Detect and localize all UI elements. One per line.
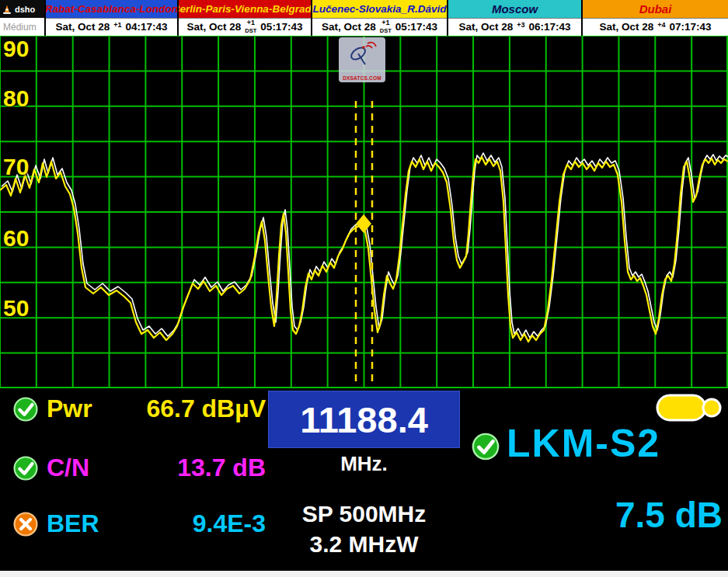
- clock-time: Sat, Oct 28 +1DST 05:17:43: [179, 18, 311, 36]
- clock-widget: Dubai Sat, Oct 28 +4 07:17:43: [581, 0, 728, 36]
- cn-value: 13.7 dB: [99, 454, 266, 482]
- link-margin-value: 7.5 dB: [544, 494, 723, 536]
- brand-title: dsho: [15, 5, 35, 14]
- check-icon: [471, 432, 500, 461]
- meter-screen: dsho Médium Rabat-Casablanca-London Sat,…: [0, 0, 728, 577]
- check-icon: [12, 455, 39, 481]
- spectrum-canvas[interactable]: [0, 36, 728, 388]
- clock-time-value: 05:17:43: [260, 21, 302, 33]
- clock-time: Sat, Oct 28 +1 04:17:43: [46, 18, 177, 36]
- brand-cell: dsho Médium: [0, 0, 44, 36]
- span-label: SP 500MHz: [268, 501, 460, 527]
- watermark-text: DXSATCS.COM: [343, 75, 381, 81]
- clock-city-label: Dubai: [583, 0, 728, 18]
- y-axis-label: 80: [3, 85, 29, 112]
- clock-offset: +1: [113, 22, 121, 29]
- measurement-panel: Pwr 66.7 dBµV 11188.4 MHz. LKM-S2 C/N 13…: [0, 388, 728, 571]
- clock-widget: Rabat-Casablanca-London Sat, Oct 28 +1 0…: [44, 0, 177, 36]
- watermark-badge: DXSATCS.COM: [339, 37, 385, 82]
- ber-label: BER: [47, 509, 99, 538]
- clock-city-label: Rabat-Casablanca-London: [46, 0, 177, 18]
- clock-time-value: 06:17:43: [529, 21, 571, 33]
- world-clock-bar: dsho Médium Rabat-Casablanca-London Sat,…: [0, 0, 728, 36]
- clock-widget: Moscow Sat, Oct 28 +3 06:17:43: [447, 0, 581, 36]
- clock-date: Sat, Oct 28: [322, 21, 376, 33]
- brand-subtitle: Médium: [0, 18, 44, 36]
- clock-offset: +1: [381, 19, 389, 26]
- vlc-cone-icon: [2, 4, 12, 15]
- clock-offset: +3: [517, 22, 524, 29]
- clock-offset: +1: [247, 19, 255, 26]
- cross-icon: [12, 511, 39, 537]
- check-icon: [12, 396, 39, 422]
- y-axis-label: 60: [3, 225, 29, 252]
- clock-time-value: 05:17:43: [395, 21, 437, 33]
- spectrum-display: 90 80 70 60 50 DXSATCS.COM: [0, 36, 728, 388]
- clock-date: Sat, Oct 28: [55, 21, 110, 33]
- battery-icon: [655, 391, 722, 424]
- clock-time-value: 04:17:43: [126, 21, 168, 33]
- standard-label: LKM-S2: [507, 421, 660, 466]
- y-axis-label: 90: [3, 36, 29, 62]
- clock-city-label: Moscow: [448, 0, 581, 18]
- cn-label: C/N: [47, 454, 89, 482]
- clock-city-label: Lučenec-Slovakia_R.Dávid: [312, 0, 447, 18]
- clock-time: Sat, Oct 28 +4 07:17:43: [583, 18, 728, 36]
- bandwidth-label: 3.2 MHzW: [268, 531, 460, 558]
- bottom-strip: [0, 571, 728, 577]
- clock-date: Sat, Oct 28: [599, 21, 653, 33]
- frequency-unit: MHz.: [268, 452, 460, 476]
- clock-city-label: Berlin-Paris-Vienna-Belgrade: [179, 0, 311, 18]
- frequency-display[interactable]: 11188.4: [268, 391, 460, 448]
- pwr-label: Pwr: [47, 395, 92, 423]
- pwr-value: 66.7 dBµV: [99, 395, 266, 423]
- clock-time-value: 07:17:43: [670, 21, 712, 33]
- clock-offset: +4: [657, 22, 665, 29]
- y-axis-label: 50: [3, 295, 29, 322]
- clock-widget: Berlin-Paris-Vienna-Belgrade Sat, Oct 28…: [177, 0, 311, 36]
- clock-date: Sat, Oct 28: [458, 21, 513, 33]
- y-axis-label: 70: [3, 154, 29, 180]
- clock-time: Sat, Oct 28 +1DST 05:17:43: [312, 18, 447, 36]
- clock-widget: Lučenec-Slovakia_R.Dávid Sat, Oct 28 +1D…: [311, 0, 447, 36]
- clock-dst: DST: [380, 28, 392, 34]
- satellite-logo-icon: [345, 40, 379, 71]
- ber-value: 9.4E-3: [99, 509, 266, 538]
- clock-dst: DST: [245, 28, 256, 34]
- clock-time: Sat, Oct 28 +3 06:17:43: [448, 18, 581, 36]
- brand-top: dsho: [0, 0, 44, 18]
- clock-date: Sat, Oct 28: [187, 21, 242, 33]
